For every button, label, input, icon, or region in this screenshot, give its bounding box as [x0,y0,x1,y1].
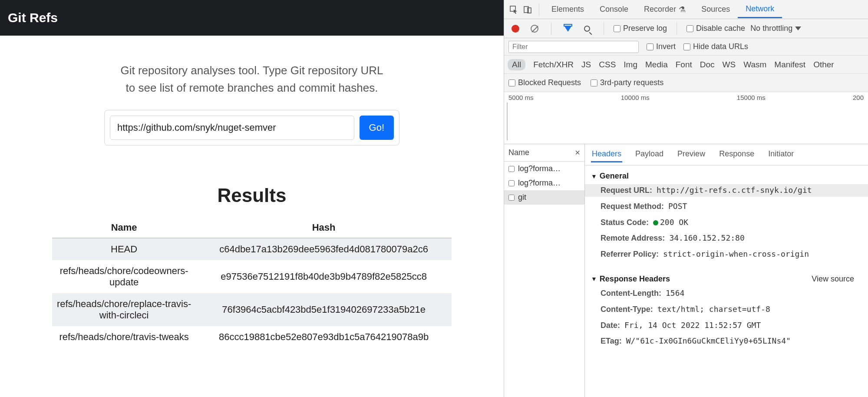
throttling-select[interactable]: No throttling [750,24,801,33]
devtools-tab-strip: Elements Console Recorder⚗ Sources Netwo… [504,0,868,19]
blocked-requests-check[interactable]: Blocked Requests [508,78,581,87]
cell-hash: 76f3964c5acbf423bd5e1f319402697233a5b21e [196,293,452,326]
detail-subtabs: Headers Payload Preview Response Initiat… [585,144,868,165]
tab-sources[interactable]: Sources [693,1,738,17]
kv-request-method: Request Method:POST [591,200,862,213]
time-mark: 5000 ms [508,94,534,101]
kv-request-url: Request URL:http://git-refs.c.ctf-snyk.i… [585,184,868,197]
disable-cache-check[interactable]: Disable cache [686,24,745,33]
clear-icon[interactable] [528,22,541,36]
general-title[interactable]: ▼General [591,172,862,181]
req-check[interactable] [508,195,515,201]
cell-name: refs/heads/chore/travis-tweaks [52,326,196,348]
table-row: HEADc64dbe17a13b269dee5963fed4d081780079… [52,238,452,260]
separator [539,3,539,16]
subtab-payload[interactable]: Payload [634,147,664,162]
close-icon[interactable]: × [575,148,580,158]
table-row: refs/heads/chore/replace-travis-with-cir… [52,293,452,326]
cell-hash: c64dbe17a13b269dee5963fed4d081780079a2c6 [196,238,452,260]
table-row: refs/heads/chore/codeowners-updatee97536… [52,260,452,293]
intro-line1: Git repository analyses tool. Type Git r… [100,62,404,79]
name-col-header: Name [508,148,529,157]
request-list: Name × log?forma… log?forma… git [504,144,585,397]
record-icon[interactable] [508,22,522,36]
app-panel: Git Refs Git repository analyses tool. T… [0,0,504,397]
type-ws[interactable]: WS [723,60,736,69]
request-list-header: Name × [504,144,584,162]
hide-data-urls-check[interactable]: Hide data URLs [683,42,748,51]
type-other[interactable]: Other [813,60,834,69]
request-options: Blocked Requests 3rd-party requests [504,74,868,92]
separator [604,23,604,35]
cell-name: refs/heads/chore/replace-travis-with-cir… [52,293,196,326]
col-name: Name [52,218,196,238]
intro-line2: to see list of remote branches and commi… [100,79,404,96]
device-toggle-icon[interactable] [521,3,535,17]
network-filterbar: Invert Hide data URLs [504,38,868,56]
cell-hash: 86ccc19881cbe52e807e93db1c5a764219078a9b [196,326,452,348]
invert-check[interactable]: Invert [647,42,676,51]
type-font[interactable]: Font [676,60,692,69]
intro-text: Git repository analyses tool. Type Git r… [100,62,404,97]
kv-remote-address: Remote Address:34.160.152.52:80 [591,232,862,245]
app-body: Git repository analyses tool. Type Git r… [0,36,504,397]
request-row[interactable]: log?forma… [504,162,584,176]
kv-content-type: Content-Type:text/html; charset=utf-8 [591,303,862,316]
type-wasm[interactable]: Wasm [743,60,766,69]
req-check[interactable] [508,166,515,172]
results-table: Name Hash HEADc64dbe17a13b269dee5963fed4… [52,218,452,348]
url-form: Go! [104,110,399,146]
separator [551,23,551,35]
inspect-icon[interactable] [507,3,521,17]
third-party-check[interactable]: 3rd-party requests [591,78,663,87]
tab-elements[interactable]: Elements [544,1,592,17]
type-media[interactable]: Media [645,60,668,69]
view-source-link[interactable]: View source [812,275,862,284]
network-toolbar: Preserve log Disable cache No throttling [504,19,868,38]
search-icon[interactable] [580,22,594,36]
cell-name: HEAD [52,238,196,260]
subtab-headers[interactable]: Headers [591,147,622,162]
disclosure-triangle-icon: ▼ [591,173,597,180]
go-button[interactable]: Go! [360,116,394,140]
results-title: Results [0,185,504,206]
type-img[interactable]: Img [624,60,637,69]
subtab-response[interactable]: Response [718,147,755,162]
app-header: Git Refs [0,0,504,36]
request-row[interactable]: git [504,190,584,205]
tab-console[interactable]: Console [592,1,636,17]
cell-name: refs/heads/chore/codeowners-update [52,260,196,293]
type-manifest[interactable]: Manifest [774,60,805,69]
type-css[interactable]: CSS [599,60,616,69]
separator [677,23,677,35]
type-doc[interactable]: Doc [700,60,715,69]
time-mark: 10000 ms [621,94,650,101]
tab-network[interactable]: Network [738,1,782,18]
section-response-headers: ▼ Response Headers View source Content-L… [585,268,868,355]
flask-icon: ⚗ [679,5,686,14]
subtab-preview[interactable]: Preview [677,147,706,162]
network-timeline[interactable]: 5000 ms 10000 ms 15000 ms 200 [504,92,868,144]
type-all[interactable]: All [508,59,525,70]
tab-recorder[interactable]: Recorder⚗ [636,1,693,18]
chevron-down-icon [795,26,801,30]
request-row[interactable]: log?forma… [504,176,584,190]
cell-hash: e97536e7512191f8b40de3b9b4789f82e5825cc8 [196,260,452,293]
type-fetch-xhr[interactable]: Fetch/XHR [533,60,574,69]
filter-input[interactable] [508,41,639,53]
type-js[interactable]: JS [581,60,591,69]
subtab-initiator[interactable]: Initiator [767,147,795,162]
kv-status-code: Status Code:200 OK [591,216,862,229]
filter-icon[interactable] [561,22,575,36]
resource-type-bar: All Fetch/XHR JS CSS Img Media Font Doc … [504,56,868,74]
response-headers-title[interactable]: ▼ Response Headers View source [591,275,862,284]
section-general: ▼General Request URL:http://git-refs.c.c… [585,165,868,268]
time-mark: 200 [853,94,864,101]
devtools-panel: Elements Console Recorder⚗ Sources Netwo… [504,0,868,397]
network-detail: Name × log?forma… log?forma… git Headers… [504,144,868,397]
req-check[interactable] [508,180,515,186]
kv-date: Date:Fri, 14 Oct 2022 11:52:57 GMT [591,319,862,332]
kv-content-length: Content-Length:1564 [591,287,862,300]
preserve-log-check[interactable]: Preserve log [614,24,667,33]
url-input[interactable] [110,116,354,140]
